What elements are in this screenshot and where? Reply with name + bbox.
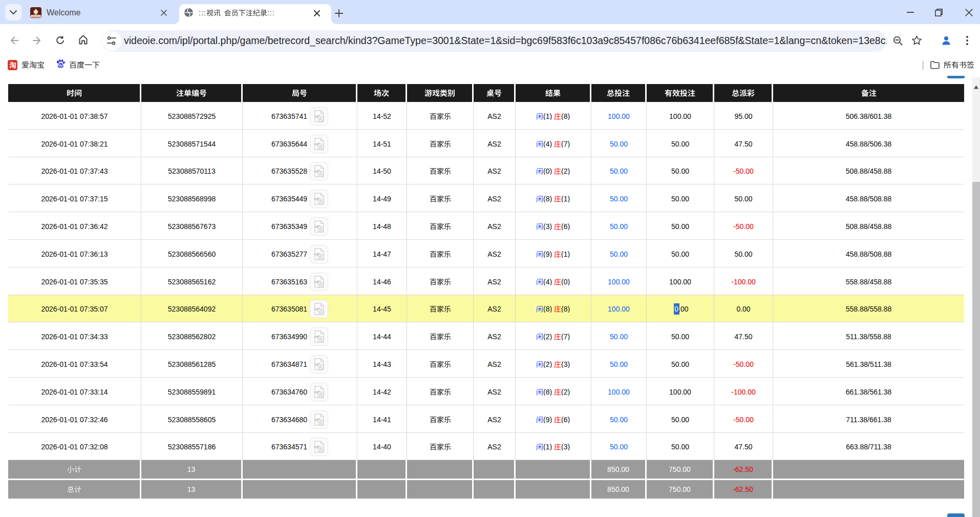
svg-text:(9): (9) xyxy=(543,251,552,258)
svg-text:(2): (2) xyxy=(561,168,570,175)
svg-text:(0): (0) xyxy=(561,278,570,285)
svg-text:(8): (8) xyxy=(543,388,552,396)
svg-text:(7): (7) xyxy=(561,140,570,148)
svg-text:(4): (4) xyxy=(543,140,552,148)
svg-text:(8): (8) xyxy=(561,113,570,120)
svg-text:(3): (3) xyxy=(561,443,570,450)
svg-text:(1): (1) xyxy=(543,113,552,120)
svg-text::::: ::: xyxy=(199,9,206,16)
svg-text:(2): (2) xyxy=(543,333,552,340)
svg-text:(7): (7) xyxy=(561,333,570,340)
svg-text:(1): (1) xyxy=(561,251,570,258)
svg-text:(2): (2) xyxy=(543,361,552,368)
svg-text:(1): (1) xyxy=(543,443,552,450)
svg-text:(8): (8) xyxy=(561,305,570,313)
svg-text:du: du xyxy=(58,63,63,68)
svg-text:(6): (6) xyxy=(561,416,570,423)
svg-text:(1): (1) xyxy=(561,195,570,202)
svg-text:(3): (3) xyxy=(561,361,570,368)
svg-text:(9): (9) xyxy=(543,416,552,423)
svg-text:(0): (0) xyxy=(543,168,552,175)
svg-text:(3): (3) xyxy=(543,223,552,230)
svg-text:(8): (8) xyxy=(543,305,552,313)
svg-text:(4): (4) xyxy=(543,278,552,285)
svg-text::::: ::: xyxy=(267,9,275,16)
svg-text:(2): (2) xyxy=(561,388,570,396)
svg-text:(8): (8) xyxy=(543,195,552,202)
svg-text:(6): (6) xyxy=(561,223,570,230)
